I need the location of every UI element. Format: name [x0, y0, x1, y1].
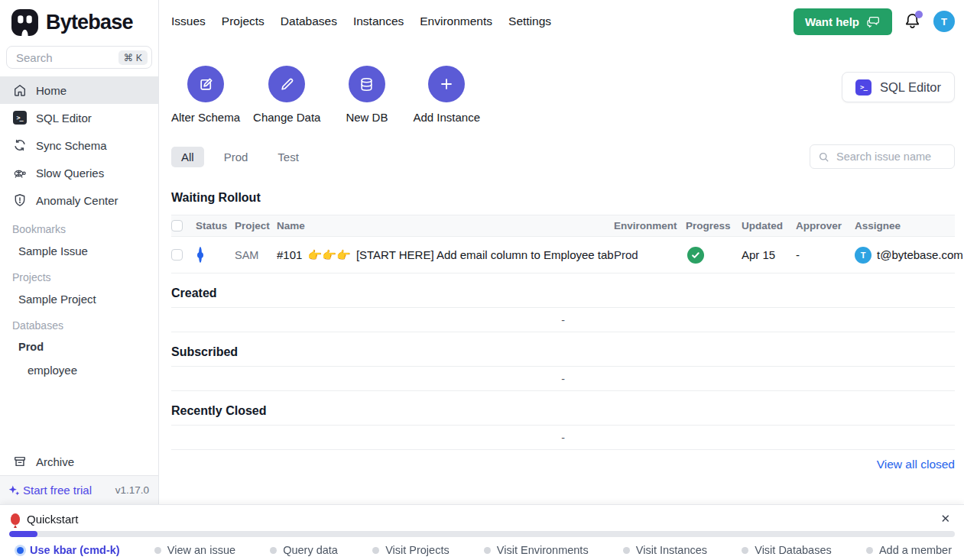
subscribed-empty-row: - [171, 366, 955, 391]
quickstart-task-view-issue[interactable]: View an issue [154, 544, 235, 556]
sidebar-item-label: Anomaly Center [36, 194, 118, 207]
issue-table-header: Status Project Name Environment Progress… [171, 215, 955, 237]
sidebar-item-label: Archive [36, 455, 74, 468]
sidebar-search[interactable]: ⌘ K [6, 46, 152, 69]
bytebase-logo-icon [11, 8, 39, 37]
environment-tabs: All Prod Test [171, 147, 309, 167]
sidebar-item-employee-database[interactable]: employee [0, 358, 158, 381]
nav-issues[interactable]: Issues [171, 15, 206, 28]
new-db-button[interactable]: New DB [333, 66, 400, 124]
close-icon[interactable]: ✕ [937, 510, 953, 527]
column-approver: Approver [796, 220, 855, 231]
top-nav-right: Want help T [794, 8, 955, 35]
task-dot-icon [17, 547, 24, 554]
task-dot-icon [270, 547, 277, 554]
terminal-icon: >_ [12, 111, 27, 125]
change-data-button[interactable]: Change Data [253, 66, 320, 124]
quickstart-task-visit-projects[interactable]: Visit Projects [372, 544, 450, 556]
task-label: Visit Instances [636, 544, 707, 556]
issue-id: #101 [277, 248, 302, 261]
sidebar-search-input[interactable] [15, 50, 99, 65]
sql-editor-button[interactable]: >_ SQL Editor [842, 72, 955, 102]
sync-icon [12, 138, 27, 153]
sidebar-section-projects: Projects [0, 262, 158, 287]
nav-projects[interactable]: Projects [222, 15, 265, 28]
quick-action-label: Change Data [253, 111, 320, 124]
quickstart-task-query-data[interactable]: Query data [270, 544, 338, 556]
alter-schema-button[interactable]: Alter Schema [171, 66, 240, 124]
sidebar-item-sync-schema[interactable]: Sync Schema [0, 131, 158, 159]
user-avatar[interactable]: T [933, 11, 955, 32]
nav-databases[interactable]: Databases [281, 15, 337, 28]
quickstart-task-add-member[interactable]: Add a member [866, 544, 952, 556]
add-instance-button[interactable]: Add Instance [413, 66, 480, 124]
tab-test[interactable]: Test [268, 147, 309, 167]
issue-assignee: T t@bytebase.com [855, 247, 955, 264]
column-name: Name [277, 220, 614, 231]
plus-icon [428, 66, 465, 102]
issue-search-input[interactable] [835, 150, 946, 163]
edit-square-icon [187, 66, 224, 102]
issue-search[interactable] [810, 144, 955, 169]
progress-done-icon [687, 247, 704, 264]
nav-instances[interactable]: Instances [353, 15, 404, 28]
section-title-subscribed: Subscribed [171, 345, 955, 359]
column-status: Status [196, 220, 235, 231]
nav-environments[interactable]: Environments [420, 15, 492, 28]
top-navigation: Issues Projects Databases Instances Envi… [159, 0, 964, 43]
pencil-icon [268, 66, 305, 102]
sidebar-item-prod-environment[interactable]: Prod [0, 335, 158, 358]
actions-row: Alter Schema Change Data New DB [171, 66, 955, 124]
task-dot-icon [866, 547, 873, 554]
sidebar-item-archive[interactable]: Archive [0, 448, 158, 475]
sidebar-item-sample-issue[interactable]: Sample Issue [0, 239, 158, 262]
terminal-icon: >_ [855, 79, 871, 95]
issue-project: SAM [235, 249, 277, 261]
nav-settings[interactable]: Settings [508, 15, 551, 28]
column-project: Project [235, 220, 277, 231]
quick-action-label: Alter Schema [171, 111, 240, 124]
main-area: Issues Projects Databases Instances Envi… [159, 0, 964, 504]
brand-logo[interactable]: Bytebase [0, 0, 158, 44]
issue-updated: Apr 15 [742, 248, 796, 261]
task-label: Use kbar (cmd-k) [30, 544, 120, 556]
balloon-icon [11, 513, 20, 525]
tab-all[interactable]: All [171, 147, 204, 167]
sidebar-item-sql-editor[interactable]: >_ SQL Editor [0, 104, 158, 131]
quickstart-bar: Quickstart ✕ Use kbar (cmd-k) View an is… [0, 504, 964, 560]
quickstart-task-visit-databases[interactable]: Visit Databases [742, 544, 831, 556]
quickstart-header: Quickstart ✕ [0, 505, 964, 529]
start-free-trial-link[interactable]: Start free trial [8, 484, 92, 497]
quickstart-task-visit-instances[interactable]: Visit Instances [623, 544, 707, 556]
want-help-button[interactable]: Want help [794, 8, 892, 35]
row-checkbox[interactable] [171, 249, 183, 261]
archive-icon [12, 455, 27, 469]
sidebar-item-label: Home [36, 84, 67, 97]
sidebar-item-slow-queries[interactable]: Slow Queries [0, 159, 158, 186]
assignee-email: t@bytebase.com [877, 248, 963, 261]
sidebar-section-bookmarks: Bookmarks [0, 214, 158, 239]
task-dot-icon [623, 547, 630, 554]
quickstart-task-kbar[interactable]: Use kbar (cmd-k) [17, 544, 120, 556]
view-all-closed-link[interactable]: View all closed [877, 458, 955, 471]
sidebar-item-sample-project[interactable]: Sample Project [0, 287, 158, 310]
task-dot-icon [372, 547, 379, 554]
issue-name[interactable]: #101 👉👉👉 [START HERE] Add email column t… [277, 248, 614, 262]
column-assignee: Assignee [855, 220, 955, 231]
sidebar-item-label: Slow Queries [36, 167, 104, 180]
sidebar-item-anomaly-center[interactable]: Anomaly Center [0, 186, 158, 214]
column-progress: Progress [686, 220, 742, 231]
task-label: Visit Environments [497, 544, 589, 556]
chat-icon [866, 15, 881, 28]
sidebar-item-home[interactable]: Home [0, 76, 158, 104]
quickstart-title-wrap: Quickstart [11, 513, 79, 526]
issue-environment: Prod [614, 248, 686, 261]
status-open-icon [199, 247, 202, 263]
pointer-emoji: 👉👉👉 [308, 248, 351, 261]
sparkles-icon [8, 484, 21, 497]
select-all-checkbox[interactable] [171, 220, 183, 231]
issue-row[interactable]: SAM #101 👉👉👉 [START HERE] Add email colu… [171, 237, 955, 274]
quickstart-task-visit-environments[interactable]: Visit Environments [484, 544, 589, 556]
tab-prod[interactable]: Prod [214, 147, 258, 167]
notifications-bell-icon[interactable] [904, 12, 922, 31]
